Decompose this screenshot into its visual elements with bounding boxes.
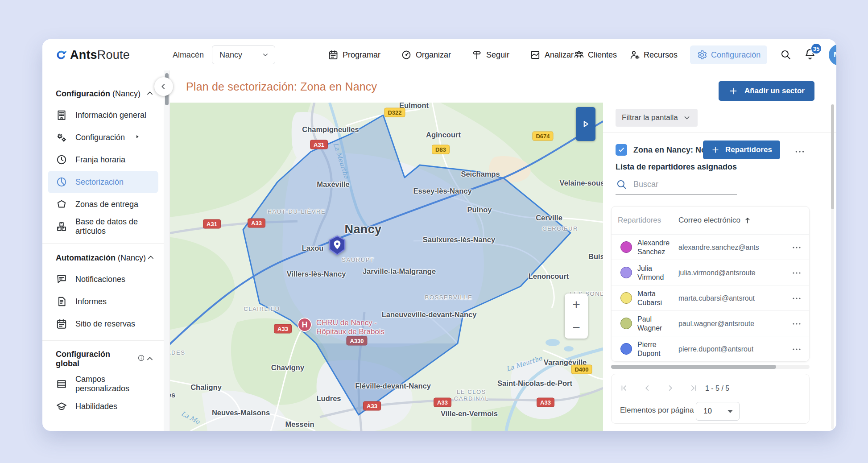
pagination-prev-button[interactable] — [638, 380, 656, 397]
sidebar-item-informes[interactable]: Informes — [48, 290, 158, 313]
back-button[interactable] — [154, 77, 173, 96]
table-row[interactable]: JuliaVirmondjulia.virmond@antsroute — [612, 260, 809, 285]
section-collapse-button[interactable] — [146, 252, 156, 264]
road-shield-a31: A31 — [310, 140, 328, 149]
map-label-le-clos: LE CLOS — [457, 389, 486, 395]
table-row[interactable]: PierreDupontpierre.dupont@antsrout — [612, 336, 809, 361]
calendar-icon — [328, 50, 339, 60]
section-collapse-button[interactable] — [145, 88, 155, 99]
map-label-saintnicolasdeport: Saint-Nicolas-de-Port — [497, 379, 572, 388]
per-page-select[interactable]: 10 — [696, 402, 740, 421]
building-icon — [56, 109, 67, 121]
warehouse-value: Nancy — [219, 50, 242, 60]
row-menu-button[interactable] — [791, 242, 802, 255]
nav-recursos[interactable]: Recursos — [629, 50, 678, 60]
sidebar-section-automatizacion: Automatización(Nancy) — [42, 245, 164, 268]
nav-configuracion[interactable]: Configuración — [690, 45, 767, 64]
row-menu-button[interactable] — [791, 318, 802, 331]
nav-programar[interactable]: Programar — [328, 50, 380, 60]
nav-organizar[interactable]: Organizar — [401, 50, 451, 60]
panel-scrollbar-thumb[interactable] — [831, 104, 834, 209]
panel-scrollbar[interactable] — [831, 104, 834, 429]
info-icon — [137, 354, 145, 362]
map-label-chaligny: Chaligny — [190, 383, 222, 392]
table-row[interactable]: PaulWagnerpaul.wagner@antsroute — [612, 310, 809, 336]
plus-icon — [711, 145, 720, 154]
fields-icon — [56, 378, 67, 390]
zone-checkbox[interactable] — [616, 144, 627, 156]
row-menu-button[interactable] — [791, 343, 802, 356]
pagination-last-button[interactable] — [685, 380, 703, 397]
zoom-in-button[interactable]: + — [565, 294, 588, 316]
map-label-lenoncourt: Lenoncourt — [529, 272, 569, 281]
driver-avatar — [620, 292, 632, 304]
chevron-left-icon — [642, 383, 652, 393]
sidebar-item-notificaciones[interactable]: Notificaciones — [48, 268, 158, 290]
row-menu-button[interactable] — [791, 293, 802, 306]
add-drivers-button[interactable]: Repartidores — [703, 141, 780, 159]
avatar[interactable]: MH — [829, 44, 836, 66]
column-header-email[interactable]: Correo electrónico — [678, 216, 752, 225]
section-collapse-button[interactable] — [145, 354, 155, 365]
driver-avatar — [620, 343, 632, 355]
nav-clientes[interactable]: Clientes — [574, 50, 617, 60]
sidebar-item-informacion-general[interactable]: Información general — [48, 104, 158, 126]
app-header: AntsRoute Almacén Nancy ProgramarOrganiz… — [42, 39, 836, 70]
document-icon — [56, 296, 67, 307]
search-input[interactable] — [632, 179, 726, 190]
settings-icon — [697, 50, 707, 60]
map-pin-icon[interactable] — [327, 235, 347, 258]
notifications-button[interactable]: 35 — [804, 48, 816, 62]
pagination-first-button[interactable] — [615, 380, 633, 397]
sidebar-item-configuracion[interactable]: Configuración — [48, 126, 158, 149]
table-row[interactable]: AlexandreSanchezalexandre.sanchez@ants — [612, 234, 809, 260]
sidebar-item-campos-personalizados[interactable]: Campos personalizados — [48, 373, 158, 395]
brand-logo[interactable]: AntsRoute — [56, 48, 130, 62]
map-label-maxeville: Maxéville — [317, 180, 349, 189]
dots-icon — [791, 343, 802, 355]
chevron-up-icon — [145, 88, 155, 98]
zone-icon — [56, 198, 67, 210]
sort-up-icon — [743, 216, 752, 225]
sidebar-item-habilidades[interactable]: Habilidades — [48, 395, 158, 418]
add-sector-button[interactable]: Añadir un sector — [719, 81, 814, 101]
sidebar-item-base-de-datos-de-articulos[interactable]: Base de datos de artículos — [48, 215, 158, 238]
horizontal-scrollbar-thumb[interactable] — [611, 365, 776, 369]
warehouse-group: Almacén Nancy — [173, 45, 275, 64]
per-page-label: Elementos por página — [620, 400, 694, 421]
vertical-scrollbar[interactable] — [164, 70, 170, 431]
search-icon — [780, 49, 791, 60]
map-label-cercur: CERCŒUR — [542, 225, 578, 232]
search-button[interactable] — [780, 49, 791, 62]
map-zoom-control: + − — [565, 294, 588, 339]
chevron-up-icon — [145, 354, 155, 364]
map-label-cardinal: CARDINAL — [454, 395, 489, 402]
zone-menu-button[interactable] — [794, 146, 806, 159]
filter-screen-button[interactable]: Filtrar la pantalla — [616, 109, 698, 127]
brand-logo-icon — [56, 50, 66, 60]
right-panel: Filtrar la pantalla Zona en Nancy: Norte — [603, 103, 836, 431]
row-menu-button[interactable] — [791, 267, 802, 280]
table-row[interactable]: MartaCubarsimarta.cubarsi@antsrout — [612, 285, 809, 310]
road-shield-a33: A33 — [363, 401, 381, 411]
pagination-next-button[interactable] — [661, 380, 679, 397]
nav-seguir[interactable]: Seguir — [471, 50, 509, 60]
boxes-icon — [56, 221, 67, 232]
sidebar-item-sitio-de-reservas[interactable]: Sitio de reservas — [48, 313, 158, 335]
warehouse-select[interactable]: Nancy — [212, 45, 275, 64]
map[interactable]: EulmontChampigneullesAgincourtSeichampsV… — [164, 103, 603, 431]
app-window: AntsRoute Almacén Nancy ProgramarOrganiz… — [42, 39, 836, 431]
dots-icon — [791, 318, 802, 330]
nav-analizar[interactable]: Analizar — [530, 50, 574, 60]
column-header-drivers[interactable]: Repartidores — [618, 216, 661, 225]
sidebar-item-franja-horaria[interactable]: Franja horaria — [48, 149, 158, 171]
table-header: Repartidores Correo electrónico — [612, 207, 809, 234]
resources-icon — [629, 50, 640, 60]
hospital-poi[interactable]: H CHRU de Nancy -Hôpitaux de Brabois — [298, 318, 384, 337]
panel-expand-button[interactable] — [576, 107, 595, 141]
sidebar-item-sectorizacion[interactable]: Sectorización — [48, 171, 158, 193]
zoom-out-button[interactable]: − — [565, 316, 588, 339]
map-label-jarvillelamalgrange: Jarville-la-Malgrange — [363, 267, 436, 276]
sidebar-item-zonas-de-entrega[interactable]: Zonas de entrega — [48, 193, 158, 215]
horizontal-scrollbar[interactable] — [611, 365, 810, 369]
